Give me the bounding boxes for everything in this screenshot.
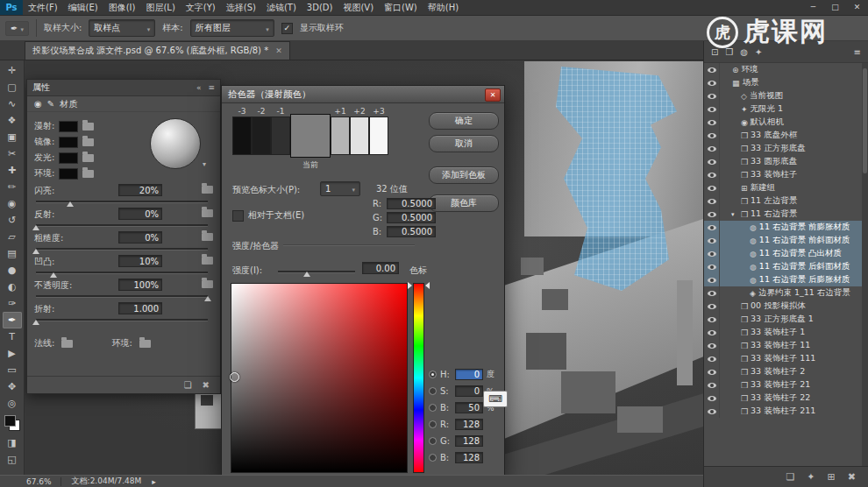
- move-tool[interactable]: ✛: [3, 62, 22, 79]
- hue-marker-right[interactable]: [425, 282, 430, 289]
- scene-row[interactable]: ◍ 11 右边背景 后斜面材质: [704, 260, 862, 273]
- visibility-toggle[interactable]: [704, 352, 720, 365]
- document-tab[interactable]: 投影仪场景合成 源文件.psd @ 67.6% (底盘外框, RGB/8) * …: [25, 41, 290, 60]
- scene-row[interactable]: ❒ 33 正方形底盘: [704, 142, 862, 155]
- channel-radio[interactable]: [429, 437, 437, 445]
- stop-swatch[interactable]: [271, 116, 290, 155]
- collapse-panel-icon[interactable]: «: [196, 83, 202, 92]
- dialog-title-bar[interactable]: 拾色器（漫射颜色）: [222, 86, 504, 103]
- filter-materials-icon[interactable]: ◍: [740, 47, 748, 57]
- slider-track[interactable]: [36, 319, 208, 321]
- visibility-toggle[interactable]: [704, 194, 720, 208]
- scene-row[interactable]: ▦ 场景: [704, 76, 862, 89]
- ok-button[interactable]: 确定: [429, 112, 499, 130]
- relative-to-document-checkbox[interactable]: [232, 210, 244, 222]
- scene-row[interactable]: ❒ 33 装饰柱子 1: [704, 326, 862, 339]
- channel-value-field[interactable]: 0.5000: [387, 226, 436, 237]
- scrollbar-thumb[interactable]: [863, 68, 867, 173]
- zoom-level-field[interactable]: 67.6%: [26, 477, 61, 486]
- filter-lights-icon[interactable]: ✦: [755, 47, 762, 57]
- texture-folder-icon[interactable]: [82, 123, 94, 131]
- menu-item[interactable]: 选择(S): [221, 0, 261, 15]
- visibility-toggle[interactable]: [704, 378, 720, 392]
- visibility-toggle[interactable]: [704, 129, 720, 142]
- visibility-toggle[interactable]: [704, 155, 720, 168]
- slider-track[interactable]: [36, 224, 208, 227]
- rectangular-marquee-tool[interactable]: ▢: [3, 79, 22, 95]
- slider-value-field[interactable]: 1.000: [118, 302, 162, 314]
- hand-tool[interactable]: ✥: [3, 378, 22, 395]
- preview-size-dropdown[interactable]: 1: [320, 181, 360, 196]
- visibility-toggle[interactable]: [704, 405, 720, 418]
- maximize-button[interactable]: □: [824, 0, 846, 15]
- menu-item[interactable]: 3D(D): [302, 0, 338, 15]
- intensity-slider-thumb[interactable]: [303, 272, 310, 277]
- cancel-button[interactable]: 取消: [429, 135, 499, 152]
- new-group-icon[interactable]: ⊞: [828, 471, 836, 483]
- visibility-toggle[interactable]: [704, 300, 720, 313]
- tool-preset-picker[interactable]: ✒: [5, 21, 29, 36]
- visibility-toggle[interactable]: [704, 221, 720, 234]
- scene-row[interactable]: ❒ 33 装饰柱子 211: [704, 405, 862, 418]
- expander-icon[interactable]: [731, 211, 738, 218]
- scene-row[interactable]: ◉ 默认相机: [704, 116, 862, 129]
- menu-item[interactable]: 视图(V): [338, 0, 379, 15]
- normal-map-folder-icon[interactable]: [61, 340, 73, 348]
- channel-value-field[interactable]: 0: [455, 385, 483, 397]
- scene-row[interactable]: ❒ 33 装饰柱子 11: [704, 339, 862, 352]
- texture-folder-icon[interactable]: [202, 280, 213, 288]
- visibility-toggle[interactable]: [704, 339, 720, 352]
- add-to-swatches-button[interactable]: 添加到色板: [429, 166, 499, 184]
- slider-value-field[interactable]: 20%: [118, 184, 162, 196]
- grid-icon[interactable]: ❏: [184, 380, 192, 390]
- visibility-toggle[interactable]: [704, 63, 720, 76]
- channel-radio[interactable]: [429, 387, 437, 395]
- menu-item[interactable]: 文字(Y): [181, 0, 221, 15]
- scene-row[interactable]: ◍ 11 右边背景 前膨胀材质: [704, 221, 862, 234]
- pen-tool[interactable]: ✑: [3, 295, 22, 312]
- visibility-toggle[interactable]: [704, 392, 720, 405]
- slider-track[interactable]: [36, 201, 208, 203]
- channel-value-field[interactable]: 128: [455, 419, 483, 430]
- texture-folder-icon[interactable]: [82, 154, 94, 162]
- sample-dropdown[interactable]: 所有图层: [190, 19, 274, 37]
- crop-tool[interactable]: ▣: [3, 129, 22, 145]
- quick-selection-tool[interactable]: ❖: [3, 112, 22, 129]
- scene-row[interactable]: ◈ 边界约束 1_11 右边背景: [704, 286, 862, 300]
- visibility-toggle[interactable]: [704, 365, 720, 378]
- screen-mode-button[interactable]: ◱: [3, 451, 22, 468]
- blur-tool[interactable]: ●: [3, 262, 22, 279]
- menu-item[interactable]: 帮助(H): [423, 0, 464, 15]
- brush-tool[interactable]: ✏: [3, 179, 22, 195]
- texture-folder-icon[interactable]: [202, 257, 213, 265]
- gradient-tool[interactable]: ▤: [3, 245, 22, 262]
- eyedropper-tool[interactable]: ✒: [3, 312, 22, 328]
- filter-all-icon[interactable]: ⊡: [711, 47, 718, 57]
- menu-item[interactable]: 编辑(E): [63, 0, 103, 15]
- visibility-toggle[interactable]: [704, 142, 720, 155]
- slider-value-field[interactable]: 10%: [118, 255, 162, 267]
- delete-icon[interactable]: ✖: [203, 380, 210, 390]
- channel-radio[interactable]: [429, 454, 437, 462]
- color-libraries-button[interactable]: 颜色库: [429, 194, 499, 212]
- panel-menu-icon[interactable]: ≡: [854, 47, 861, 57]
- stop-swatch[interactable]: [369, 116, 388, 155]
- scene-row[interactable]: ◍ 11 右边背景 前斜面材质: [704, 234, 862, 247]
- zoom-tool[interactable]: ◎: [3, 395, 22, 412]
- show-sampling-ring-checkbox[interactable]: [281, 23, 293, 34]
- visibility-toggle[interactable]: [704, 76, 720, 89]
- color-field[interactable]: [231, 283, 408, 473]
- close-button[interactable]: ✕: [846, 0, 868, 15]
- scene-row[interactable]: ◍ 11 右边背景 后膨胀材质: [704, 273, 862, 286]
- stop-swatch[interactable]: [232, 116, 252, 155]
- foreground-color-swatch[interactable]: [4, 415, 16, 427]
- channel-value-field[interactable]: 0.5000: [387, 212, 436, 223]
- scene-row[interactable]: ❒ 33 圆形底盘: [704, 155, 862, 168]
- scene-row[interactable]: ❒ 33 正方形底盘 1: [704, 313, 862, 326]
- visibility-toggle[interactable]: [704, 116, 720, 129]
- type-tool[interactable]: T: [3, 328, 22, 345]
- panel-menu-icon[interactable]: ≡: [208, 83, 215, 92]
- visibility-toggle[interactable]: [704, 181, 720, 194]
- stop-swatch[interactable]: [350, 116, 369, 155]
- visibility-toggle[interactable]: [704, 234, 720, 247]
